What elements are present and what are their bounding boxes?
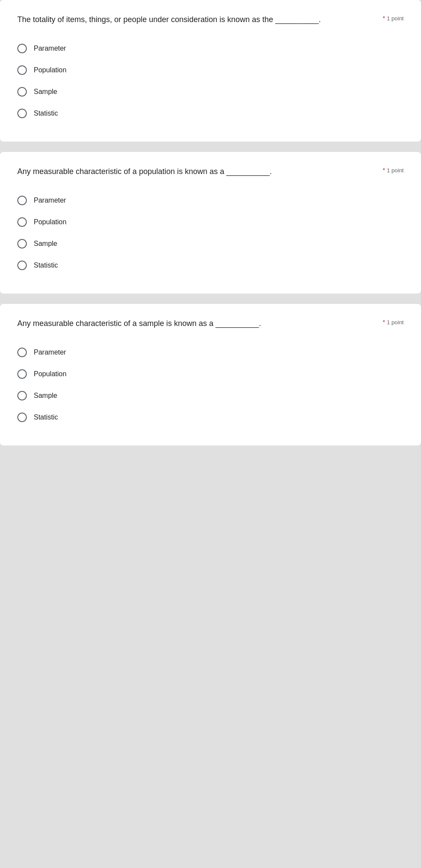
options-list-2: ParameterPopulationSampleStatistic (17, 190, 404, 276)
question-card-1: The totality of items, things, or people… (0, 0, 421, 142)
points-label: 1 point (387, 167, 404, 174)
question-header-2: Any measurable characteristic of a popul… (17, 166, 404, 177)
options-list-3: ParameterPopulationSampleStatistic (17, 342, 404, 428)
option-item-q3-d[interactable]: Statistic (17, 407, 404, 428)
question-text-2: Any measurable characteristic of a popul… (17, 166, 383, 177)
option-label-q2-c: Sample (34, 240, 57, 248)
required-star: * (383, 167, 385, 174)
quiz-container: The totality of items, things, or people… (0, 0, 421, 451)
option-label-q2-b: Population (34, 218, 67, 226)
question-meta-2: *1 point (383, 166, 404, 174)
points-label: 1 point (387, 15, 404, 22)
question-text-1: The totality of items, things, or people… (17, 14, 383, 26)
radio-q3-d[interactable] (17, 413, 27, 422)
question-card-3: Any measurable characteristic of a sampl… (0, 304, 421, 445)
radio-q1-c[interactable] (17, 87, 27, 97)
required-star: * (383, 15, 385, 22)
radio-q3-c[interactable] (17, 391, 27, 400)
options-list-1: ParameterPopulationSampleStatistic (17, 38, 404, 124)
option-item-q1-c[interactable]: Sample (17, 81, 404, 103)
option-item-q1-a[interactable]: Parameter (17, 38, 404, 59)
question-text-3: Any measurable characteristic of a sampl… (17, 318, 383, 329)
option-item-q1-d[interactable]: Statistic (17, 103, 404, 124)
radio-q3-a[interactable] (17, 348, 27, 357)
radio-q2-a[interactable] (17, 196, 27, 205)
points-label: 1 point (387, 319, 404, 326)
option-label-q3-c: Sample (34, 392, 57, 400)
radio-q1-a[interactable] (17, 44, 27, 53)
required-star: * (383, 319, 385, 326)
option-label-q2-d: Statistic (34, 261, 58, 269)
radio-q3-b[interactable] (17, 369, 27, 379)
radio-q1-b[interactable] (17, 65, 27, 75)
question-meta-3: *1 point (383, 318, 404, 326)
option-label-q2-a: Parameter (34, 197, 66, 204)
option-label-q1-d: Statistic (34, 110, 58, 117)
option-label-q1-a: Parameter (34, 45, 66, 52)
option-label-q1-b: Population (34, 66, 67, 74)
option-item-q3-a[interactable]: Parameter (17, 342, 404, 363)
option-item-q2-c[interactable]: Sample (17, 233, 404, 255)
option-item-q1-b[interactable]: Population (17, 59, 404, 81)
question-header-1: The totality of items, things, or people… (17, 14, 404, 26)
radio-q2-d[interactable] (17, 261, 27, 270)
option-item-q3-b[interactable]: Population (17, 363, 404, 385)
option-item-q2-d[interactable]: Statistic (17, 255, 404, 276)
option-label-q3-d: Statistic (34, 413, 58, 421)
question-header-3: Any measurable characteristic of a sampl… (17, 318, 404, 329)
option-label-q3-b: Population (34, 370, 67, 378)
option-item-q3-c[interactable]: Sample (17, 385, 404, 407)
option-label-q1-c: Sample (34, 88, 57, 96)
question-card-2: Any measurable characteristic of a popul… (0, 152, 421, 294)
option-label-q3-a: Parameter (34, 348, 66, 356)
option-item-q2-a[interactable]: Parameter (17, 190, 404, 211)
radio-q1-d[interactable] (17, 109, 27, 118)
radio-q2-c[interactable] (17, 239, 27, 248)
option-item-q2-b[interactable]: Population (17, 211, 404, 233)
question-meta-1: *1 point (383, 14, 404, 22)
radio-q2-b[interactable] (17, 217, 27, 227)
